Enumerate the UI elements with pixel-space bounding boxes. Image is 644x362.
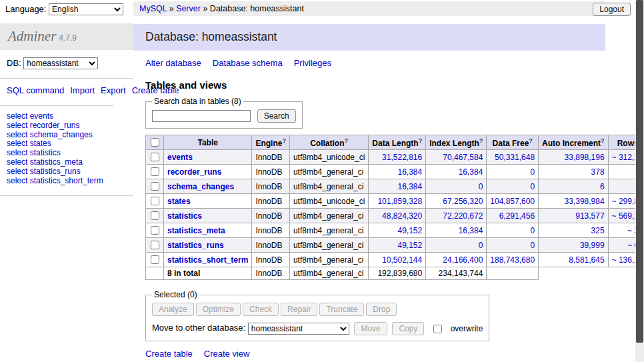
data-length-link[interactable]: 48,824,320: [382, 211, 422, 221]
link-create-view[interactable]: Create view: [204, 349, 250, 359]
data-free-link[interactable]: 188,743,680: [490, 255, 535, 265]
table-link-statistics-runs[interactable]: statistics_runs: [167, 241, 224, 250]
data-length-link[interactable]: 16,384: [397, 182, 422, 191]
row-select-cell: [146, 165, 164, 179]
data-length-link[interactable]: 31,522,816: [382, 153, 422, 162]
sidebar-link-export[interactable]: Export: [101, 85, 126, 95]
sidebar-link-import[interactable]: Import: [70, 85, 95, 95]
auto-increment-link[interactable]: 33,398,984: [565, 197, 605, 206]
table-link-events[interactable]: events: [167, 153, 193, 162]
optimize-button[interactable]: Optimize: [196, 303, 241, 316]
column-label: Index Length: [429, 139, 479, 148]
row-checkbox[interactable]: [151, 197, 159, 205]
data-free-link[interactable]: 50,331,648: [495, 153, 535, 162]
breadcrumb-link-server[interactable]: Server: [176, 4, 201, 13]
sidebar-item-select-statistics[interactable]: select statistics: [7, 149, 127, 157]
index-length-link[interactable]: 67,256,320: [443, 197, 483, 206]
index-length-link[interactable]: 16,384: [459, 226, 483, 235]
search-input[interactable]: [152, 110, 251, 122]
row-checkbox[interactable]: [151, 182, 159, 191]
language-select[interactable]: English: [49, 3, 123, 15]
overwrite-checkbox[interactable]: [433, 325, 442, 333]
table-link-statistics[interactable]: statistics: [167, 211, 202, 221]
auto-increment-link[interactable]: 39,999: [580, 241, 605, 250]
data-length-link[interactable]: 10,502,144: [382, 255, 422, 265]
data-free-link[interactable]: 0: [530, 182, 535, 191]
totals-engine-cell: InnoDB: [252, 267, 290, 280]
scrollbar-thumb[interactable]: [636, 0, 643, 343]
repair-button[interactable]: Repair: [281, 303, 317, 316]
breadcrumb-separator: »: [201, 4, 210, 13]
link-database-schema[interactable]: Database schema: [213, 58, 283, 68]
column-help-link[interactable]: ?: [282, 137, 286, 144]
sidebar-item-select-states[interactable]: select states: [7, 139, 127, 148]
select-all-checkbox[interactable]: [151, 138, 159, 147]
row-checkbox[interactable]: [151, 211, 159, 220]
auto-increment-link[interactable]: 325: [591, 226, 605, 235]
data-free-link[interactable]: 104,857,600: [490, 197, 535, 206]
data-length-link[interactable]: 49,152: [397, 226, 422, 235]
row-checkbox[interactable]: [151, 255, 159, 264]
table-link-recorder-runs[interactable]: recorder_runs: [167, 167, 221, 177]
index-length-cell: 16,384: [426, 223, 487, 238]
row-checkbox[interactable]: [151, 226, 159, 235]
data-free-link[interactable]: 0: [530, 241, 535, 250]
analyze-button[interactable]: Analyze: [152, 303, 194, 316]
db-select[interactable]: homeassistant: [23, 57, 98, 69]
table-link-schema-changes[interactable]: schema_changes: [167, 182, 234, 191]
truncate-button[interactable]: Truncate: [319, 303, 364, 316]
data-free-link[interactable]: 6,291,456: [499, 211, 535, 221]
auto-increment-link[interactable]: 33,898,196: [565, 153, 605, 162]
row-checkbox[interactable]: [151, 153, 159, 161]
index-length-link[interactable]: 0: [479, 241, 483, 250]
index-length-link[interactable]: 0: [479, 182, 483, 191]
sidebar-item-select-recorder-runs[interactable]: select recorder_runs: [7, 121, 127, 130]
auto-increment-link[interactable]: 913,577: [575, 211, 604, 221]
auto-increment-link[interactable]: 378: [591, 167, 605, 177]
column-help-link[interactable]: ?: [419, 137, 423, 144]
auto-increment-link[interactable]: 8,581,645: [569, 255, 604, 265]
row-checkbox[interactable]: [151, 167, 159, 176]
column-help-link[interactable]: ?: [345, 137, 349, 144]
index-length-link[interactable]: 16,384: [459, 167, 483, 177]
table-link-states[interactable]: states: [167, 197, 191, 206]
data-length-link[interactable]: 101,859,328: [377, 197, 422, 206]
data-free-link[interactable]: 0: [530, 226, 535, 235]
search-button[interactable]: Search: [257, 109, 296, 123]
index-length-link[interactable]: 72,220,672: [443, 211, 483, 221]
logout-area: Logout: [593, 3, 631, 16]
column-help-link[interactable]: ?: [601, 137, 605, 144]
sidebar-nav-links: SQL commandImportExportCreate table: [0, 79, 113, 106]
copy-button[interactable]: Copy: [392, 322, 424, 335]
link-alter-database[interactable]: Alter database: [145, 58, 201, 68]
move-database-select[interactable]: homeassistant: [248, 323, 349, 335]
column-help-link[interactable]: ?: [479, 137, 483, 144]
logout-button[interactable]: Logout: [593, 3, 631, 16]
link-privileges[interactable]: Privileges: [294, 58, 331, 68]
sidebar-link-sql-command[interactable]: SQL command: [7, 85, 64, 95]
move-button[interactable]: Move: [354, 322, 387, 335]
breadcrumb-link-mysql[interactable]: MySQL: [139, 4, 167, 13]
column-help-link[interactable]: ?: [529, 137, 533, 144]
sidebar-item-select-statistics-meta[interactable]: select statistics_meta: [7, 158, 127, 167]
row-select-cell: [146, 253, 164, 267]
sidebar-item-select-statistics-runs[interactable]: select statistics_runs: [7, 167, 127, 176]
auto-increment-link[interactable]: 6: [600, 182, 605, 191]
check-button[interactable]: Check: [243, 303, 279, 316]
sidebar-item-select-events[interactable]: select events: [7, 112, 127, 121]
link-create-table[interactable]: Create table: [145, 349, 193, 359]
row-checkbox[interactable]: [151, 241, 159, 249]
drop-button[interactable]: Drop: [366, 303, 397, 316]
table-link-statistics-short-term[interactable]: statistics_short_term: [167, 255, 248, 265]
data-free-link[interactable]: 0: [530, 167, 535, 177]
vertical-scrollbar[interactable]: [635, 0, 644, 362]
sidebar-item-select-statistics-short-term[interactable]: select statistics_short_term: [7, 177, 127, 185]
sidebar-item-select-schema-changes[interactable]: select schema_changes: [7, 131, 127, 139]
data-length-link[interactable]: 49,152: [397, 241, 422, 250]
create-links: Create tableCreate view: [145, 349, 605, 359]
table-link-statistics-meta[interactable]: statistics_meta: [167, 226, 225, 235]
totals-row: 8 in totalInnoDButf8mb4_general_ci192,83…: [146, 267, 644, 280]
index-length-link[interactable]: 70,467,584: [443, 153, 483, 162]
data-length-link[interactable]: 16,384: [397, 167, 422, 177]
index-length-link[interactable]: 24,166,400: [443, 255, 483, 265]
